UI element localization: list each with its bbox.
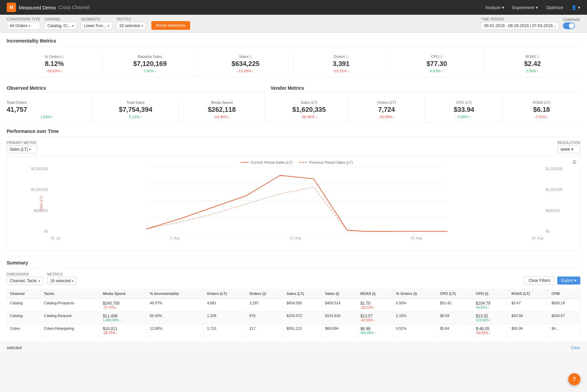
dimensions-select[interactable]: Channel, Tactic ▾ xyxy=(7,277,43,285)
row3-sales-lt: $551,213 xyxy=(283,324,321,337)
export-button[interactable]: Export ▾ xyxy=(557,277,580,285)
metric-cpo-lt: CPO (LT) $33.94 3.06% xyxy=(425,96,503,123)
metric-roas-i-label: ROAS (i) xyxy=(490,55,575,59)
nav-analyze[interactable]: Analyze ▾ xyxy=(485,5,504,10)
row1-roas-i: $1.70 -28.21% xyxy=(357,299,392,312)
x-label-aug5: 5. Aug xyxy=(170,236,179,240)
row3-cpo-i: $-46.05 -83.84% xyxy=(472,324,508,337)
row2-roas-i-arrow xyxy=(373,318,375,322)
metric-total-sales-change: 5.13% xyxy=(98,115,173,119)
metric-orders-i-label: Orders (i) xyxy=(299,55,384,59)
row1-media-spend-value: $240,700 xyxy=(103,301,143,306)
row1-pct-orders-i: 5.50% xyxy=(392,299,436,312)
summary-header: Dimensions Channel, Tactic ▾ Metrics 16 … xyxy=(7,272,580,285)
vendor-metrics-grid: Sales (LT) $1,620,335 -20.46% Orders (LT… xyxy=(271,96,580,123)
row2-orders-lt: 1,328 xyxy=(204,312,246,324)
legend-current-label: Current Period Sales (LT) xyxy=(251,160,293,164)
y-label-1500k-left: $1,500,000 xyxy=(27,167,48,171)
resolution-select[interactable]: week ▾ xyxy=(558,145,580,153)
metric-sales-lt-change: -20.46% xyxy=(276,115,342,119)
row2-orders-i: 876 xyxy=(246,312,283,324)
summary-title: Summary xyxy=(7,260,580,268)
vendor-metrics-section: Vendor Metrics Sales (LT) $1,620,335 -20… xyxy=(265,83,580,123)
metric-sales-i: Sales (i) $634,225 -12.49% xyxy=(198,51,294,77)
metric-media-spend-label: Media Spend xyxy=(184,100,260,104)
row3-cpo-i-arrow xyxy=(489,331,491,335)
metrics-select[interactable]: 16 selected ▾ xyxy=(47,277,77,285)
app-section: Cross Channel xyxy=(59,5,90,10)
x-label-aug26: 26. Aug xyxy=(532,236,543,240)
legend-previous-line xyxy=(299,162,307,163)
reset-selections-button[interactable]: Reset selections xyxy=(151,21,190,30)
row3-pct-inc: 12.68% xyxy=(146,324,204,337)
up-arrow-icon-5 xyxy=(537,69,539,73)
channel-select[interactable]: Catalog, Cr... ▾ xyxy=(44,22,77,30)
y-label-500k-right: $500,000 xyxy=(546,209,567,213)
chart-menu-icon[interactable]: ☰ xyxy=(573,160,577,165)
primary-metric-group: Primary Metric Sales (LT) ▾ xyxy=(7,141,37,153)
row1-roas-i-change: -28.21% xyxy=(360,306,389,309)
down-arrow-icon-3 xyxy=(347,69,349,73)
metric-total-orders-value: 41,757 xyxy=(7,106,87,113)
y-label-0-left: $0 xyxy=(27,230,48,233)
row1-pct-inc: 49.07% xyxy=(146,299,204,312)
summary-actions: Clear Filters Export ▾ xyxy=(524,276,580,285)
metric-media-spend: Media Spend $262,118 -14.46% xyxy=(179,96,265,123)
compare-toggle[interactable] xyxy=(563,22,575,29)
clear-button[interactable]: Clear xyxy=(571,345,580,350)
toggle-knob xyxy=(569,23,574,28)
metric-total-sales: Total Sales $7,754,394 5.13% xyxy=(93,96,179,123)
row1-roas-i-arrow xyxy=(373,306,375,309)
row2-media-spend-arrow xyxy=(120,318,121,322)
time-period-value[interactable]: 08-01-2019 - 08-29-2019 | 07-03-2019... xyxy=(481,22,559,30)
clear-filters-button[interactable]: Clear Filters xyxy=(524,276,555,285)
metric-cpo-lt-label: CPO (LT) xyxy=(431,100,497,104)
up-arrow-obs-1 xyxy=(140,115,142,119)
row2-media-spend: $11,408 1,483.94% xyxy=(99,312,146,324)
table-row: Catalog Catalog-Prospects $240,700 -17.4… xyxy=(7,299,580,312)
row3-sales-i: $69,894 xyxy=(321,324,357,337)
metric-total-sales-label: Total Sales xyxy=(98,100,173,104)
row2-media-spend-value: $11,408 xyxy=(103,314,143,318)
row3-pct-orders-i: 0.52% xyxy=(392,324,436,337)
metric-sales-i-value: $634,225 xyxy=(203,60,288,68)
segments-select[interactable]: Lower Fun... ▾ xyxy=(81,22,112,30)
col-roas-i: ROAS (i) xyxy=(357,289,392,299)
nav-optimize[interactable]: Optimize xyxy=(546,5,563,10)
primary-metric-select[interactable]: Sales (LT) ▾ xyxy=(7,145,37,153)
observed-metrics-section: Observed Metrics Total Orders 41,757 1.6… xyxy=(7,83,265,123)
observed-vendor-container: Observed Metrics Total Orders 41,757 1.6… xyxy=(7,83,580,123)
chart-container: ☰ Current Period Sales (LT) Previous Per… xyxy=(7,156,580,250)
chart-svg-container: Sales (LT) xyxy=(51,167,543,240)
up-arrow-obs-0 xyxy=(52,115,54,119)
vendor-title: Vendor Metrics xyxy=(271,83,580,92)
row1-cpo-i-value: $104.79 xyxy=(476,301,504,306)
metrics-chevron: ▾ xyxy=(72,279,74,283)
metrics-label: Metrics xyxy=(47,272,77,276)
metric-sales-i-label: Sales (i) xyxy=(203,55,288,59)
metric-media-spend-value: $262,118 xyxy=(184,106,260,113)
info-icon-2: (i) xyxy=(249,55,252,59)
metric-roas-lt-change: -7.01% xyxy=(508,115,575,119)
tactics-select[interactable]: 33 selected ▾ xyxy=(116,22,146,30)
segments-value: Lower Fun... xyxy=(84,23,106,28)
nav-experiment[interactable]: Experiment ▾ xyxy=(512,5,538,10)
metric-roas-lt-value: $6.18 xyxy=(508,106,575,113)
x-label-jul29: 29. Jul xyxy=(51,236,60,240)
header-left: M Measured Demo Cross Channel xyxy=(7,3,90,12)
chart-svg xyxy=(51,167,543,234)
primary-metric-label: Primary Metric xyxy=(7,141,37,145)
row1-media-spend-arrow xyxy=(116,306,118,309)
row1-tactic: Catalog-Prospects xyxy=(41,299,99,312)
conversion-type-select[interactable]: All Orders ▾ xyxy=(7,22,40,30)
user-menu[interactable]: 👤 ▾ xyxy=(571,5,580,10)
info-icon-3: (i) xyxy=(346,55,349,59)
row1-cpo-i-change: 44.81% xyxy=(476,306,504,309)
metrics-value: 16 selected xyxy=(50,279,71,283)
row2-media-spend-change: 1,483.94% xyxy=(103,318,143,322)
col-tactic: Tactic xyxy=(41,289,99,299)
metric-total-sales-value: $7,754,394 xyxy=(98,106,173,113)
time-period-group: Time Period 08-01-2019 - 08-29-2019 | 07… xyxy=(481,17,559,30)
chart-legend: Current Period Sales (LT) Previous Perio… xyxy=(27,160,567,164)
table-header: Channel Tactic Media Spend % Incremental… xyxy=(7,289,580,299)
